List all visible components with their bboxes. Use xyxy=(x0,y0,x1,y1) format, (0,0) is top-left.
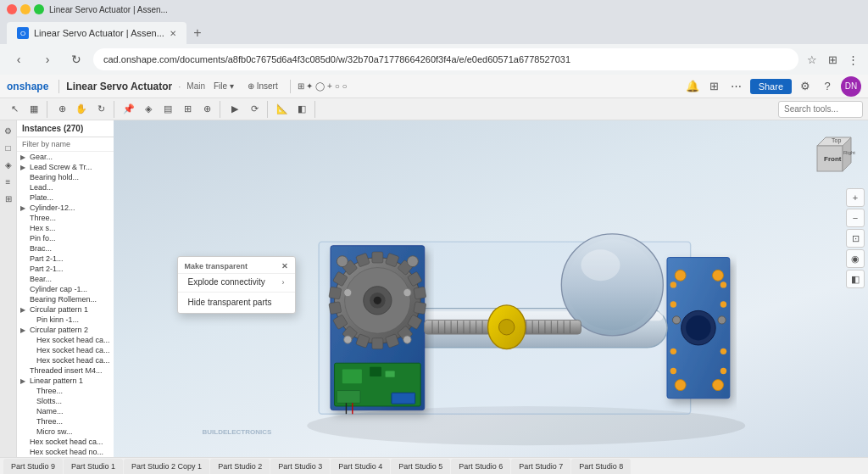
zoom-tool[interactable]: ⊕ xyxy=(53,101,71,118)
tree-item[interactable]: Hex socket head ca... xyxy=(17,345,114,355)
tree-item[interactable]: Three... xyxy=(17,416,114,427)
tree-item[interactable]: Lead... xyxy=(17,182,114,192)
zoom-out-button[interactable]: − xyxy=(846,209,865,227)
help-icon[interactable]: ? xyxy=(819,78,836,95)
file-menu-button[interactable]: File ▾ xyxy=(209,80,239,92)
part-studio-tab[interactable]: Part Studio 9 xyxy=(3,459,63,474)
user-avatar[interactable]: DN xyxy=(841,76,861,97)
tree-item[interactable]: ▶Circular pattern 1 xyxy=(17,304,114,315)
tree-item[interactable]: Micro sw... xyxy=(17,427,114,437)
mates-icon[interactable]: ◈ xyxy=(2,158,15,171)
tree-item[interactable]: Pin kinn -1... xyxy=(17,315,114,325)
parts-icon[interactable]: □ xyxy=(2,141,15,154)
navigation-cube[interactable]: Front Top Right xyxy=(804,129,855,180)
extensions-icon[interactable]: ⊞ xyxy=(824,51,841,68)
context-menu-item-explode[interactable]: Explode connectivity › xyxy=(178,274,295,290)
zoom-in-button[interactable]: + xyxy=(846,188,865,207)
tree-item[interactable]: Hex socket head ca... xyxy=(17,335,114,345)
part-studio-tab[interactable]: Part Studio 7 xyxy=(511,459,570,474)
new-tab-button[interactable]: + xyxy=(186,22,209,44)
viewport-3d[interactable]: Make transparent ✕ Explode connectivity … xyxy=(114,120,868,457)
replicate-tool[interactable]: ⊕ xyxy=(198,101,216,118)
forward-button[interactable]: › xyxy=(36,47,59,71)
animate-tool[interactable]: ▶ xyxy=(225,101,244,118)
apps-icon[interactable]: ⋯ xyxy=(728,78,745,95)
tree-item[interactable]: Plate... xyxy=(17,192,114,203)
mate-tool[interactable]: ◈ xyxy=(139,101,158,118)
part-studio-tab[interactable]: Part Studio 3 xyxy=(270,459,330,474)
measure-tool[interactable]: 📐 xyxy=(273,101,292,118)
notifications-icon[interactable]: 🔔 xyxy=(684,78,701,95)
grid-icon[interactable]: ⊞ xyxy=(706,78,723,95)
tree-item[interactable]: Three... xyxy=(17,213,114,223)
part-studio-tab[interactable]: Part Studio 2 Copy 1 xyxy=(124,459,209,474)
tree-item[interactable]: ▶Gear... xyxy=(17,152,114,162)
tree-item[interactable]: Hex s... xyxy=(17,223,114,233)
share-button[interactable]: Share xyxy=(750,79,792,94)
active-tab[interactable]: O Linear Servo Actuator | Assen... ✕ xyxy=(7,22,186,44)
tree-item[interactable]: Brac... xyxy=(17,243,114,254)
part-studio-tab[interactable]: Part Studio 2 xyxy=(210,459,270,474)
tree-item[interactable]: Hex socket head ca... xyxy=(17,355,114,365)
simulate-tool[interactable]: ⟳ xyxy=(245,101,264,118)
tree-item[interactable]: Bear... xyxy=(17,274,114,284)
section-view-button[interactable]: ◧ xyxy=(846,270,865,288)
part-studio-tab[interactable]: Part Studio 5 xyxy=(391,459,450,474)
address-input[interactable] xyxy=(93,48,798,70)
svg-rect-73 xyxy=(342,370,361,384)
pan-tool[interactable]: ✋ xyxy=(72,101,91,118)
search-tools-input[interactable] xyxy=(778,101,863,118)
tree-item[interactable]: Part 2-1... xyxy=(17,264,114,274)
svg-rect-36 xyxy=(328,287,341,299)
tree-item[interactable]: ▶Circular pattern 2 xyxy=(17,325,114,335)
tree-item[interactable]: Cylinder cap -1... xyxy=(17,284,114,294)
settings-icon[interactable]: ⚙ xyxy=(797,78,814,95)
tree-item[interactable]: Slotts... xyxy=(17,396,114,406)
tree-item[interactable]: ▶Cylinder-12... xyxy=(17,203,114,213)
group-tool[interactable]: ▤ xyxy=(159,101,177,118)
tree-item[interactable]: Hex socket head no... xyxy=(17,447,114,457)
context-menu-item-hide[interactable]: Hide transparent parts xyxy=(178,294,295,310)
tree-item[interactable]: ▶Lead Screw & Tr... xyxy=(17,162,114,172)
tree-item[interactable]: Three... xyxy=(17,386,114,396)
assembly-icon[interactable]: ⚙ xyxy=(2,124,15,137)
tree-item[interactable]: Pin fo... xyxy=(17,233,114,243)
svg-point-83 xyxy=(403,336,410,343)
tree-item[interactable]: Bearing hold... xyxy=(17,172,114,182)
maximize-button[interactable] xyxy=(34,4,44,14)
minimize-button[interactable] xyxy=(20,4,31,14)
tree-item[interactable]: Threaded insert M4... xyxy=(17,365,114,376)
tree-item[interactable]: ▶Linear pattern 1 xyxy=(17,376,114,386)
more-icon[interactable]: ⋮ xyxy=(844,51,861,68)
part-studio-tab[interactable]: Part Studio 6 xyxy=(451,459,510,474)
tree-item[interactable]: Hex socket head ca... xyxy=(17,437,114,447)
filter-tool[interactable]: ▦ xyxy=(25,101,43,118)
fix-tool[interactable]: 📌 xyxy=(120,101,138,118)
part-studio-tab[interactable]: Part Studio 1 xyxy=(64,459,123,474)
rotate-tool[interactable]: ↻ xyxy=(92,101,110,118)
toolbar-icons-group: ⊞ ✦ ◯ + ○ ○ xyxy=(298,81,348,91)
part-studio-tab[interactable]: Part Studio 4 xyxy=(331,459,390,474)
config-icon[interactable]: ⊞ xyxy=(2,192,15,205)
insert-button[interactable]: ⊕ Insert xyxy=(242,80,283,92)
bookmark-icon[interactable]: ☆ xyxy=(804,51,821,68)
tree-item[interactable]: Name... xyxy=(17,406,114,416)
instance-tree[interactable]: ▶Gear...▶Lead Screw & Tr...Bearing hold.… xyxy=(17,152,114,457)
context-menu-close[interactable]: ✕ xyxy=(281,262,288,270)
fit-view-button[interactable]: ⊡ xyxy=(846,229,865,248)
part-studio-tab[interactable]: Part Studio 8 xyxy=(571,459,631,474)
svg-rect-31 xyxy=(371,338,382,349)
tab-close-button[interactable]: ✕ xyxy=(170,29,176,38)
features-icon[interactable]: ≡ xyxy=(2,175,15,188)
tree-item[interactable]: Part 2-1... xyxy=(17,254,114,264)
tree-item[interactable]: Bearing Rollemen... xyxy=(17,294,114,304)
svg-rect-22 xyxy=(371,252,382,263)
select-tool[interactable]: ↖ xyxy=(5,101,24,118)
pattern-tool[interactable]: ⊞ xyxy=(178,101,197,118)
browser-toolbar-icons: ☆ ⊞ ⋮ xyxy=(804,51,861,68)
section-tool[interactable]: ◧ xyxy=(292,101,311,118)
reload-button[interactable]: ↻ xyxy=(64,47,88,71)
view-mode-button[interactable]: ◉ xyxy=(846,249,865,268)
back-button[interactable]: ‹ xyxy=(7,47,31,71)
close-button[interactable] xyxy=(7,4,17,14)
